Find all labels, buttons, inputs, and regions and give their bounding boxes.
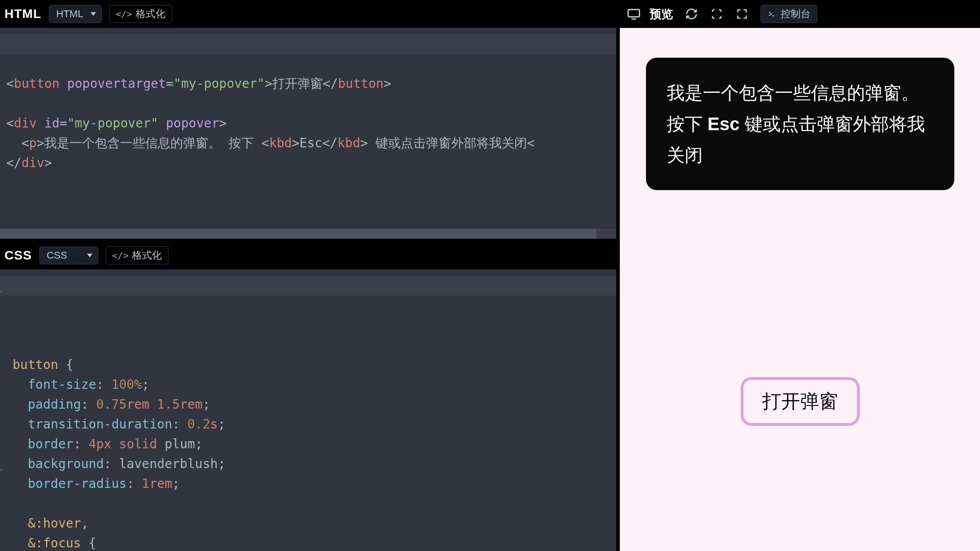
svg-rect-0	[628, 9, 640, 17]
html-language-value: HTML	[56, 8, 83, 20]
css-format-button[interactable]: </> 格式化	[105, 246, 169, 264]
code-icon: </>	[112, 250, 128, 261]
css-language-value: CSS	[47, 250, 67, 261]
preview-surface: 我是一个包含一些信息的弹窗。 按下 Esc 键或点击弹窗外部将我关闭 打开弹窗	[620, 28, 980, 551]
css-editor[interactable]: ⌄ ⌄ button { font-size: 100%; padding: 0…	[0, 269, 616, 551]
fold-caret-icon[interactable]: ⌄	[0, 279, 4, 299]
preview-column: 预览 控制台 我是一个包含一些信息的弹窗。 按下 Esc 键或点击弹窗外部将我关…	[620, 0, 980, 551]
terminal-icon	[767, 9, 776, 18]
scrollbar-thumb[interactable]	[0, 229, 596, 239]
html-format-label: 格式化	[136, 7, 165, 21]
html-format-button[interactable]: </> 格式化	[109, 5, 172, 23]
css-panel-header: CSS CSS </> 格式化	[0, 241, 616, 269]
preview-label: 预览	[650, 6, 673, 22]
chevron-down-icon	[87, 254, 92, 257]
chevron-down-icon	[91, 12, 96, 16]
fullscreen-icon[interactable]	[735, 7, 749, 21]
html-language-select[interactable]: HTML	[49, 5, 102, 23]
css-panel: CSS CSS </> 格式化 ⌄ ⌄ button { font-size: …	[0, 241, 616, 551]
html-panel-header: HTML HTML </> 格式化	[0, 0, 616, 28]
refresh-icon[interactable]	[685, 7, 698, 21]
popover-text: 我是一个包含一些信息的弹窗。 按下 Esc 键或点击弹窗外部将我关闭	[667, 83, 925, 165]
preview-header: 预览 控制台	[620, 0, 980, 28]
monitor-icon[interactable]	[627, 7, 641, 21]
html-panel: HTML HTML </> 格式化 <button popovertarget=…	[0, 0, 616, 241]
html-editor[interactable]: <button popovertarget="my-popover">打开弹窗<…	[0, 28, 616, 239]
horizontal-scrollbar[interactable]	[0, 229, 616, 239]
console-button-label: 控制台	[781, 7, 811, 21]
html-panel-title: HTML	[5, 7, 41, 21]
corners-icon[interactable]	[710, 7, 724, 21]
editor-column: HTML HTML </> 格式化 <button popovertarget=…	[0, 0, 620, 551]
open-popover-button[interactable]: 打开弹窗	[741, 377, 860, 426]
fold-caret-icon[interactable]: ⌄	[0, 458, 4, 478]
code-icon: </>	[116, 9, 132, 19]
popover: 我是一个包含一些信息的弹窗。 按下 Esc 键或点击弹窗外部将我关闭	[646, 58, 954, 190]
console-button[interactable]: 控制台	[760, 5, 817, 23]
css-panel-title: CSS	[5, 248, 32, 263]
css-language-select[interactable]: CSS	[39, 246, 98, 264]
css-format-label: 格式化	[132, 249, 162, 262]
